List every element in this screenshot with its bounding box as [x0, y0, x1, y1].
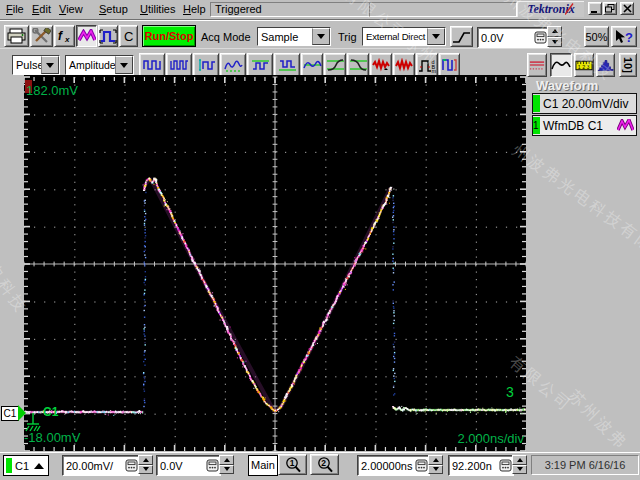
print-button[interactable]: [4, 25, 29, 47]
trigger-slope-button[interactable]: [450, 26, 473, 47]
spin-down-button[interactable]: [219, 465, 234, 475]
measure-dbm-pulse-button[interactable]: dBm: [416, 53, 438, 77]
menu-utilities[interactable]: Utilities: [140, 3, 175, 16]
acq-mode-value: Sample: [258, 28, 312, 45]
measure-group-dropdown-button[interactable]: [115, 56, 133, 74]
overshoot-neg-icon: [395, 58, 414, 72]
zoom-1-button[interactable]: 1: [278, 454, 307, 475]
waveform-row-wfmdb[interactable]: 1 WfmDB C1: [532, 115, 637, 136]
status-bar: C1 20.00mV/ 0.0V: [0, 452, 640, 480]
dots-mode-button[interactable]: [527, 53, 547, 77]
menu-setup[interactable]: Setup: [99, 3, 128, 16]
trigger-level-spinner[interactable]: [547, 26, 562, 47]
trigger-position-spinner[interactable]: [512, 455, 527, 474]
spin-down-button[interactable]: [512, 465, 527, 475]
acq-mode-dropdown-button[interactable]: [312, 28, 330, 45]
trigger-level-value: 0.0V: [478, 32, 534, 44]
measure-frequency-button[interactable]: [220, 53, 246, 77]
close-button[interactable]: [620, 2, 634, 15]
run-stop-button[interactable]: Run/Stop: [142, 25, 196, 47]
formula-button[interactable]: fx: [54, 25, 75, 47]
measure-group-select[interactable]: Amplitude: [65, 55, 134, 75]
measure-cycle-mean-button[interactable]: [301, 53, 323, 77]
spin-down-button[interactable]: [547, 37, 562, 48]
horizontal-scale-spinner[interactable]: [428, 455, 443, 474]
spin-up-button[interactable]: [428, 455, 443, 465]
menu-help[interactable]: Help: [183, 3, 206, 16]
svg-text:1: 1: [289, 458, 294, 468]
period-icon: [197, 58, 216, 72]
spin-down-button[interactable]: [138, 465, 153, 475]
timebase-view-select[interactable]: Main: [248, 455, 278, 476]
measure-high-button[interactable]: [247, 53, 273, 77]
context-help-button[interactable]: ?: [611, 26, 637, 47]
measure-overshoot-neg-button[interactable]: [393, 53, 415, 77]
minimize-button[interactable]: [588, 2, 602, 15]
set-level-50-button[interactable]: 50%: [584, 26, 609, 47]
pulse-select-button[interactable]: [98, 25, 118, 47]
keypad-icon[interactable]: [206, 459, 219, 472]
spin-up-button[interactable]: [512, 455, 527, 465]
trigger-source-dropdown-button[interactable]: [427, 28, 445, 45]
measure-category-select[interactable]: Pulse: [12, 55, 60, 75]
letter-c-button[interactable]: C: [119, 25, 138, 47]
svg-text:2.000ns/div: 2.000ns/div: [458, 431, 525, 446]
spin-up-button[interactable]: [138, 455, 153, 465]
spin-up-button[interactable]: [219, 455, 234, 465]
channel-position-marker[interactable]: C1: [1, 405, 25, 421]
scope-display[interactable]: 182.0mV-18.00mV2.000ns/div3C1: [24, 75, 526, 451]
keypad-icon[interactable]: [125, 459, 138, 472]
measure-gated-pulse-button[interactable]: [439, 53, 460, 77]
measure-low-button[interactable]: [274, 53, 300, 77]
svg-text:m: m: [431, 68, 436, 73]
help-cursor-icon: ?: [614, 29, 634, 45]
tools-button[interactable]: [30, 25, 53, 47]
timebase-view-value: Main: [251, 459, 275, 471]
rotated-io-button[interactable]: 10]: [619, 53, 637, 77]
triangle-up-icon: [517, 458, 523, 462]
waveform-button[interactable]: [76, 25, 97, 47]
svg-text:3: 3: [506, 384, 514, 400]
keypad-icon[interactable]: [499, 459, 512, 472]
zoom-2-button[interactable]: 2: [310, 454, 339, 475]
vertical-offset-input[interactable]: 0.0V: [156, 455, 221, 476]
measure-category-dropdown-button[interactable]: [41, 56, 59, 74]
svg-text:C: C: [124, 29, 133, 43]
trigger-source-select[interactable]: External Direct: [362, 27, 446, 46]
channel-select-value: C1: [12, 460, 34, 472]
measure-rise-time-button[interactable]: [324, 53, 346, 77]
menu-view[interactable]: View: [59, 3, 83, 16]
triangle-down-icon: [143, 467, 149, 471]
keypad-icon[interactable]: [415, 459, 428, 472]
svg-text:10]: 10]: [622, 57, 634, 73]
menu-edit[interactable]: Edit: [32, 3, 51, 16]
channel-color-bar: [533, 95, 540, 112]
spin-up-button[interactable]: [547, 26, 562, 37]
readout-button[interactable]: 1 2 3: [574, 53, 594, 77]
spin-down-button[interactable]: [428, 465, 443, 475]
measure-overshoot-pos-button[interactable]: [370, 53, 392, 77]
oscilloscope-application: FileEditViewSetupUtilitiesHelp Triggered…: [0, 0, 640, 480]
histogram-button[interactable]: [596, 53, 615, 77]
print-icon: [7, 28, 27, 44]
horizontal-scale-input[interactable]: 2.00000ns: [357, 455, 430, 476]
keypad-icon[interactable]: [534, 31, 547, 44]
measure-fall-time-button[interactable]: [347, 53, 369, 77]
trigger-position-input[interactable]: 92.200n: [448, 455, 514, 476]
vertical-scale-spinner[interactable]: [138, 455, 153, 474]
acq-mode-select[interactable]: Sample: [257, 27, 331, 46]
measure-neg-width-button[interactable]: [166, 53, 192, 77]
vectors-mode-button[interactable]: [550, 53, 572, 77]
measure-period-button[interactable]: [193, 53, 219, 77]
menu-file[interactable]: File: [6, 3, 24, 16]
measure-category-value: Pulse: [13, 56, 41, 74]
vertical-offset-spinner[interactable]: [219, 455, 234, 474]
channel-select[interactable]: C1: [3, 455, 49, 476]
waveform-icon: [78, 29, 96, 43]
measure-pos-width-button[interactable]: [139, 53, 165, 77]
trigger-level-input[interactable]: 0.0V: [477, 27, 549, 48]
vertical-scale-input[interactable]: 20.00mV/: [62, 455, 140, 476]
restore-button[interactable]: [603, 2, 617, 15]
waveform-row-channel[interactable]: C1 20.00mV/div: [532, 93, 637, 114]
letter-c-icon: C: [123, 29, 135, 43]
